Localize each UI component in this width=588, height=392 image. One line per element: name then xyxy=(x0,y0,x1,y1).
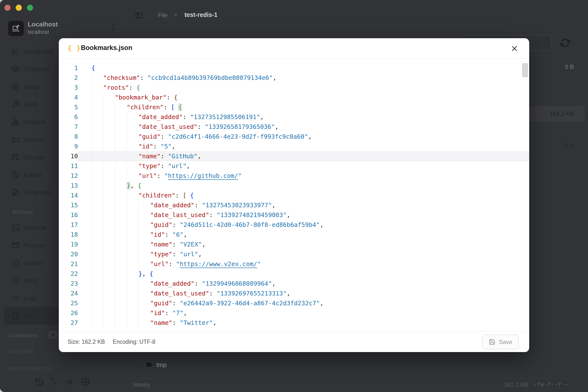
code-line[interactable]: 15"date_added": "13275453023933977", xyxy=(59,200,529,210)
indent-guide xyxy=(115,269,127,279)
code-line[interactable]: 22}, { xyxy=(59,269,529,279)
traffic-light-zoom[interactable] xyxy=(27,5,33,11)
code-token: : xyxy=(172,300,180,307)
indent-guide xyxy=(92,161,103,171)
code-token: : xyxy=(172,319,180,326)
code-line[interactable]: 21"url": "https://www.v2ex.com/" xyxy=(59,259,529,269)
code-line[interactable]: 10"name": "GitHub", xyxy=(59,152,529,161)
code-line[interactable]: 27"name": "Twitter", xyxy=(59,318,529,328)
code-token: "roots" xyxy=(103,84,129,91)
indent-guide xyxy=(127,250,138,259)
code-line[interactable]: 7"date_last_used": "13392658179365036", xyxy=(59,122,529,132)
code-token: : xyxy=(165,310,172,316)
code-token: "id" xyxy=(150,310,165,316)
scrollbar-thumb[interactable] xyxy=(522,63,528,77)
line-number: 26 xyxy=(59,308,78,318)
chevron-right-icon[interactable] xyxy=(135,362,141,368)
indent-guide xyxy=(115,298,127,308)
code-line[interactable]: 2"checksum": "ccb9cd1a4b89b39769bdbe0807… xyxy=(59,73,529,83)
indent-guide xyxy=(103,190,115,200)
code-line[interactable]: 23"date_added": "13299496868089964", xyxy=(59,279,529,288)
indent-guide xyxy=(103,112,115,122)
indent-guide xyxy=(92,83,103,92)
indent-guide xyxy=(115,152,127,161)
tree-item-label[interactable]: tmp xyxy=(156,362,166,368)
process-icon xyxy=(11,241,20,250)
line-number: 15 xyxy=(59,200,78,210)
code-line[interactable]: 18"id": "6", xyxy=(59,230,529,240)
code-editor[interactable]: 1{2"checksum": "ccb9cd1a4b89b39769bdbe08… xyxy=(59,59,529,332)
line-number: 25 xyxy=(59,298,78,308)
window-corner-cover xyxy=(0,375,17,392)
containers-count-badge: 3 xyxy=(48,330,58,339)
code-token: , xyxy=(273,74,276,81)
breadcrumb-separator: > xyxy=(174,12,177,18)
code-token: "name" xyxy=(150,241,172,248)
code-line[interactable]: 1{ xyxy=(59,63,529,73)
indent-guide xyxy=(115,200,127,210)
container-icon xyxy=(11,65,20,73)
refresh-icon[interactable] xyxy=(560,38,570,48)
code-line[interactable]: 20"type": "url", xyxy=(59,250,529,259)
code-token: "6" xyxy=(172,231,183,238)
code-line[interactable]: 16"date_last_used": "13392748219459003", xyxy=(59,210,529,220)
settings-icon[interactable] xyxy=(81,378,90,386)
indent-guide xyxy=(138,210,150,220)
close-icon[interactable] xyxy=(510,44,520,54)
code-line[interactable]: 14"children": [ { xyxy=(59,190,529,200)
indent-guide xyxy=(103,102,115,112)
code-token: : xyxy=(164,104,171,111)
line-number: 24 xyxy=(59,288,78,298)
indent-guide xyxy=(92,181,103,190)
code-token: : xyxy=(157,172,164,179)
code-line[interactable]: 13}, { xyxy=(59,181,529,190)
breadcrumb-parent[interactable]: File xyxy=(158,12,168,18)
traffic-light-close[interactable] xyxy=(4,5,10,11)
indent-guide xyxy=(103,269,115,279)
code-token xyxy=(175,104,178,111)
code-line[interactable]: 19"name": "V2EX", xyxy=(59,240,529,250)
code-line[interactable]: 3"roots": { xyxy=(59,83,529,92)
code-token: : xyxy=(176,192,183,199)
code-line[interactable]: 24"date_last_used": "13392697655213313", xyxy=(59,288,529,298)
indent-guide xyxy=(138,240,150,250)
code-line[interactable]: 5"children": [ { xyxy=(59,102,529,112)
indent-guide xyxy=(92,250,103,259)
indent-guide xyxy=(92,171,103,181)
workspace-selector[interactable] xyxy=(110,22,118,32)
volume-icon xyxy=(11,136,20,144)
code-token: "date_added" xyxy=(150,280,194,287)
code-line[interactable]: 4"bookmark_bar": { xyxy=(59,92,529,102)
translate-icon[interactable]: xA xyxy=(50,378,59,386)
save-button[interactable]: Save xyxy=(482,334,519,349)
indent-guide xyxy=(92,92,103,102)
code-line[interactable]: 25"guid": "e26442a9-3922-46d4-a867-4c2d3… xyxy=(59,298,529,308)
indent-guide xyxy=(115,240,127,250)
tree-row-separator xyxy=(126,355,588,356)
code-line[interactable]: 12"url": "https://github.com/" xyxy=(59,171,529,181)
code-token: "id" xyxy=(150,231,165,238)
sidebar-item-sub-store[interactable]: sub-store xyxy=(8,348,34,354)
indent-guide xyxy=(92,210,103,220)
url-link[interactable]: https://www.v2ex.com/ xyxy=(180,260,257,268)
code-line[interactable]: 8"guid": "c2d6c4f1-4666-4e23-9d2f-f993fc… xyxy=(59,132,529,142)
traffic-light-minimize[interactable] xyxy=(16,5,22,11)
code-line[interactable]: 26"id": "7", xyxy=(59,308,529,318)
sidebar-toggle-icon[interactable] xyxy=(135,12,143,20)
indent-guide xyxy=(92,102,103,112)
code-line[interactable]: 11"type": "url", xyxy=(59,161,529,171)
indent-guide xyxy=(127,132,138,142)
laptop-icon xyxy=(11,24,20,33)
code-line[interactable]: 9"id": "5", xyxy=(59,142,529,152)
code-line[interactable]: 6"date_added": "13273512985506191", xyxy=(59,112,529,122)
line-number: 2 xyxy=(59,73,78,83)
history-icon[interactable] xyxy=(35,378,44,386)
brightness-icon[interactable] xyxy=(66,378,74,386)
indent-guide xyxy=(92,73,103,83)
code-token: "5" xyxy=(160,143,172,150)
url-link[interactable]: https://github.com/ xyxy=(168,172,238,179)
indent-guide xyxy=(138,279,150,288)
code-line[interactable]: 17"guid": "246d511c-42d0-46b7-80f8-ed86b… xyxy=(59,220,529,230)
code-token: , xyxy=(287,290,290,297)
sidebar-item-caterm-postgres[interactable]: caterm-postgres xyxy=(8,365,53,372)
